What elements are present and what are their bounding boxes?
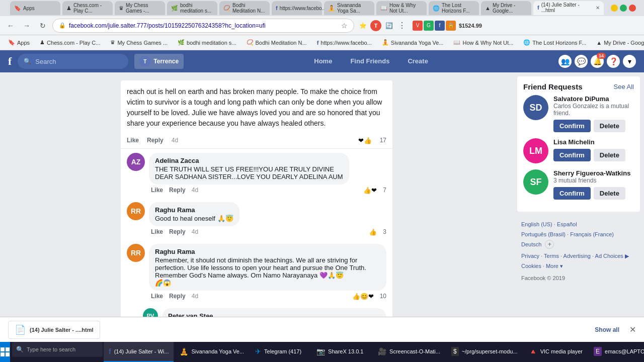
search-input[interactable] xyxy=(35,58,116,65)
download-filename: (14) Julie Salter - ....html xyxy=(30,327,94,333)
tab-item[interactable]: 🧘 Sivananda Yoga Sa... xyxy=(324,1,374,15)
notifications-icon-btn[interactable]: 🔔 14 xyxy=(591,55,604,68)
back-button[interactable]: ← xyxy=(4,19,17,32)
like-action[interactable]: Like xyxy=(151,228,163,236)
footer-cookies[interactable]: Cookies xyxy=(521,263,541,269)
footer-advertising[interactable]: Advertising xyxy=(564,253,591,259)
bookmark-bodhi2[interactable]: 📿 Bodhi Meditation N... xyxy=(243,38,311,47)
bookmark-apps[interactable]: 🔖 Apps xyxy=(4,38,34,47)
like-action[interactable]: Like xyxy=(151,293,163,300)
extensions-icon[interactable]: ⭐ xyxy=(357,20,368,31)
tab-item[interactable]: f https://www.facebo... xyxy=(272,1,322,15)
sync-icon[interactable]: 🔄 xyxy=(383,20,394,31)
ext-icon-4[interactable]: 🔒 xyxy=(446,21,456,31)
bookmark-chess-games[interactable]: ♛ My Chess Games ... xyxy=(106,38,172,47)
minimize-button[interactable] xyxy=(611,5,618,12)
commenter-name-raghu1[interactable]: Raghu Rama xyxy=(155,206,195,214)
lang-francais[interactable]: Français (France) xyxy=(570,231,614,237)
download-item-html[interactable]: 📄 (14) Julie Salter - ....html xyxy=(8,321,100,339)
ext-icon-3[interactable]: f xyxy=(435,21,445,31)
footer-terms[interactable]: Terms xyxy=(544,253,559,259)
taskbar-item-prg[interactable]: $ ~/prg/superset-modu... xyxy=(446,342,523,362)
footer-privacy[interactable]: Privacy xyxy=(521,253,539,259)
tab-item-active[interactable]: f (14) Julie Salter - ...html ✕ xyxy=(533,1,604,15)
nav-home[interactable]: Home xyxy=(306,50,340,72)
like-action-top[interactable]: Like xyxy=(127,137,139,144)
tab-item[interactable]: 🔖 Apps xyxy=(10,1,60,15)
fr-name-salvatore[interactable]: Salvatore DiPuma xyxy=(553,95,634,103)
like-action[interactable]: Like xyxy=(151,187,163,194)
taskbar-item-emacs[interactable]: E emacs@LAPTOP-COM... xyxy=(589,342,644,362)
messages-icon-btn[interactable]: 💬 xyxy=(575,55,588,68)
commenter-name-raghu2[interactable]: Raghu Rama xyxy=(155,248,195,255)
forward-button[interactable]: → xyxy=(20,19,33,32)
delete-button-sherry[interactable]: Delete xyxy=(594,187,625,200)
lang-english[interactable]: English (US) xyxy=(521,221,552,227)
tab-item-drive[interactable]: ▲ My Drive - Google... xyxy=(481,1,531,15)
download-bar-close-icon[interactable]: ✕ xyxy=(629,325,636,334)
tab-label: Apps xyxy=(23,6,35,11)
taskbar-search-bar[interactable]: 🔍 Type here to search xyxy=(12,342,103,357)
bookmark-lost[interactable]: 🌐 The Lost Horizons F... xyxy=(519,38,590,47)
delete-button-lisa[interactable]: Delete xyxy=(594,149,625,161)
show-all-button[interactable]: Show all xyxy=(595,326,619,333)
taskbar-item-telegram[interactable]: ✈ Telegram (417) xyxy=(250,342,310,362)
tab-item-lost-horizons[interactable]: 🌐 The Lost Horizons F... xyxy=(429,1,479,15)
reply-action[interactable]: Reply xyxy=(169,293,186,300)
reply-action[interactable]: Reply xyxy=(169,228,186,236)
see-all-link[interactable]: See All xyxy=(614,83,634,90)
reply-action[interactable]: Reply xyxy=(169,187,186,194)
sidebar-card-title: Friend Requests See All xyxy=(523,82,634,91)
taskbar-item-screencast[interactable]: 🎥 Screencast-O-Mati... xyxy=(373,342,445,362)
lang-espanol[interactable]: Español xyxy=(557,221,577,227)
taskbar-item-vlc[interactable]: 🔺 VIC media player xyxy=(524,342,588,362)
reload-button[interactable]: ↻ xyxy=(36,19,49,32)
fb-profile-btn[interactable]: T Terrence xyxy=(134,54,184,69)
tab-label: bodhi meditation s... xyxy=(180,3,213,14)
delete-button-salvatore[interactable]: Delete xyxy=(594,120,625,132)
commenter-name-adelina[interactable]: Adelina Zacca xyxy=(155,157,199,164)
ext-icon-2[interactable]: G xyxy=(424,21,434,31)
nav-create[interactable]: Create xyxy=(399,50,436,72)
taskbar-item-sivananda[interactable]: 🧘 Sivananda Yoga Ve... xyxy=(175,342,249,362)
lang-portugues[interactable]: Português (Brasil) xyxy=(521,231,566,237)
taskbar-item-sharex[interactable]: 📷 ShareX 13.0.1 xyxy=(311,342,372,362)
bookmark-fb[interactable]: f https://www.facebo... xyxy=(313,39,376,47)
taskbar-item-fb[interactable]: f (14) Julie Salter - Wi... xyxy=(104,342,174,362)
bookmark-star-icon[interactable]: ☆ xyxy=(341,22,348,30)
add-language-icon[interactable]: + xyxy=(545,240,554,249)
friend-requests-icon-btn[interactable]: 👥 xyxy=(558,55,572,68)
confirm-button-lisa[interactable]: Confirm xyxy=(553,149,591,161)
bookmark-chess-play[interactable]: ♟ Chess.com - Play C... xyxy=(36,38,104,47)
start-button[interactable] xyxy=(0,342,10,362)
maximize-button[interactable] xyxy=(620,5,627,12)
tab-item[interactable]: ♟ Chess.com - Play C... xyxy=(62,1,113,15)
tab-item[interactable]: 🌿 bodhi meditation s... xyxy=(167,1,217,15)
download-info: (14) Julie Salter - ....html xyxy=(30,327,94,333)
fr-name-lisa[interactable]: Lisa Michelin xyxy=(553,138,634,146)
footer-more[interactable]: More ▾ xyxy=(546,263,563,269)
bookmark-bodhi1[interactable]: 🌿 bodhi meditation s... xyxy=(174,38,240,47)
bookmark-sivananda[interactable]: 🧘 Sivananda Yoga Ve... xyxy=(378,38,448,47)
lang-deutsch[interactable]: Deutsch xyxy=(521,241,541,247)
settings-icon-btn[interactable]: ▾ xyxy=(623,55,636,68)
profile-icon[interactable]: T xyxy=(370,20,381,31)
tab-close-icon[interactable]: ✕ xyxy=(596,5,600,11)
tab-item[interactable]: 📖 How & Why Not Ut... xyxy=(376,1,427,15)
settings-icon[interactable]: ⋮ xyxy=(396,20,408,31)
bookmark-drive[interactable]: ▲ My Drive - Google... xyxy=(592,39,644,47)
nav-find-friends[interactable]: Find Friends xyxy=(342,50,397,72)
reply-action-top[interactable]: Reply xyxy=(147,137,164,144)
close-button[interactable] xyxy=(629,5,636,12)
footer-adchoices[interactable]: Ad Choices ▶ xyxy=(595,253,629,259)
fb-logo: f xyxy=(8,55,12,68)
bookmark-howwhy[interactable]: 📖 How & Why Not Ut... xyxy=(449,38,517,47)
fr-name-sherry[interactable]: Sherry Figueroa-Watkins xyxy=(553,169,634,177)
tab-item[interactable]: 📿 Bodhi Meditation N... xyxy=(219,1,270,15)
confirm-button-salvatore[interactable]: Confirm xyxy=(553,120,591,132)
address-text[interactable]: facebook.com/julie.salter.777/posts/1015… xyxy=(69,22,338,29)
confirm-button-sherry[interactable]: Confirm xyxy=(553,187,591,200)
tab-item[interactable]: ♛ My Chess Games -... xyxy=(115,1,165,15)
help-icon-btn[interactable]: ❓ xyxy=(607,55,620,68)
ext-icon-1[interactable]: V xyxy=(413,21,423,31)
